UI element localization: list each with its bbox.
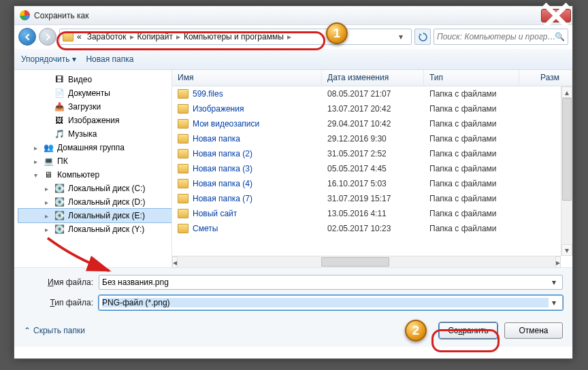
file-row[interactable]: Новая папка (2)31.05.2017 2:52Папка с фа… <box>172 146 572 161</box>
back-button[interactable] <box>18 28 36 46</box>
expand-icon[interactable] <box>43 90 50 97</box>
expand-icon[interactable]: ▸ <box>43 212 50 220</box>
expand-icon[interactable]: ▸ <box>32 144 39 152</box>
file-row[interactable]: Новая папка (3)05.05.2017 4:45Папка с фа… <box>172 161 572 176</box>
expand-icon[interactable]: ▸ <box>43 199 50 206</box>
vertical-scrollbar[interactable]: ▴ ▾ <box>561 86 572 256</box>
tree-node[interactable]: ▸💽Локальный диск (C:) <box>18 182 172 195</box>
breadcrumb-dropdown[interactable]: ▾ <box>399 32 408 41</box>
expand-icon[interactable]: ▾ <box>32 171 39 179</box>
tree-node[interactable]: 🎞Видео <box>18 73 172 86</box>
close-button[interactable] <box>541 9 571 22</box>
file-row[interactable]: Новая папка (7)31.07.2019 15:17Папка с ф… <box>172 191 572 206</box>
tree-node[interactable]: ▸👥Домашняя группа <box>18 141 172 154</box>
file-date: 16.10.2017 5:03 <box>322 179 424 188</box>
file-row[interactable]: Новая папка29.12.2016 9:30Папка с файлам… <box>172 131 572 146</box>
file-name[interactable]: Новая папка (4) <box>193 179 252 188</box>
file-row[interactable]: Изображения13.07.2017 20:42Папка с файла… <box>172 101 572 116</box>
breadcrumb-item[interactable]: Копирайт <box>135 32 175 41</box>
file-name[interactable]: Изображения <box>193 104 244 114</box>
expand-icon[interactable] <box>43 117 50 124</box>
file-date: 05.05.2017 4:45 <box>322 164 424 173</box>
col-name[interactable]: Имя <box>172 70 322 86</box>
breadcrumb-item[interactable]: Заработок <box>85 32 129 41</box>
scroll-thumb[interactable] <box>562 98 572 201</box>
breadcrumb-bar[interactable]: « Заработок ▸ Копирайт ▸ Компьютеры и пр… <box>59 29 412 45</box>
expand-icon[interactable] <box>43 76 50 84</box>
filetype-field[interactable]: ▾ <box>99 295 563 310</box>
chevron-down-icon[interactable]: ▾ <box>549 278 559 287</box>
file-type: Папка с файлами <box>424 209 519 218</box>
search-box[interactable]: 🔍 <box>434 29 568 45</box>
file-name[interactable]: Новый сайт <box>193 209 237 218</box>
tree-node[interactable]: ▸💽Локальный диск (E:) <box>18 209 172 222</box>
image-icon: 🖼 <box>54 116 65 125</box>
scroll-down-icon[interactable]: ▾ <box>561 244 572 256</box>
tree-node[interactable]: 🖼Изображения <box>18 114 172 127</box>
folder-icon <box>178 194 189 203</box>
file-name[interactable]: Новая папка (7) <box>193 194 252 203</box>
file-type: Папка с файлами <box>424 104 519 114</box>
tree-node[interactable]: ▾🖥Компьютер <box>18 168 172 182</box>
tree-node[interactable]: ▸💻ПК <box>18 154 172 168</box>
tree-label: ПК <box>57 156 68 166</box>
file-name[interactable]: Новая папка (2) <box>193 149 252 158</box>
file-list[interactable]: 599.files08.05.2017 21:07Папка с файлами… <box>172 86 572 267</box>
refresh-button[interactable] <box>414 29 431 45</box>
scroll-left-icon[interactable]: ◂ <box>172 256 178 268</box>
filename-label: Имя файла: <box>24 278 99 287</box>
breadcrumb-item[interactable]: Компьютеры и программы <box>182 32 286 41</box>
download-icon: 📥 <box>54 102 65 112</box>
expand-icon[interactable]: ▸ <box>32 158 39 165</box>
scroll-thumb[interactable] <box>321 257 389 267</box>
forward-button[interactable] <box>39 28 56 46</box>
col-type[interactable]: Тип <box>424 70 519 86</box>
horizontal-scrollbar[interactable]: ◂ ▸ <box>172 256 561 267</box>
filetype-input[interactable] <box>102 298 549 307</box>
tree-label: Локальный диск (Y:) <box>68 224 144 234</box>
chevron-down-icon[interactable]: ▾ <box>549 298 559 307</box>
tree-node[interactable]: 🎵Музыка <box>18 127 172 141</box>
file-date: 02.05.2017 10:23 <box>322 224 424 233</box>
file-name[interactable]: Новая папка <box>193 134 240 144</box>
tree-node[interactable]: 📥Загрузки <box>18 100 172 114</box>
expand-icon[interactable] <box>43 103 50 111</box>
new-folder-button[interactable]: Новая папка <box>86 54 133 64</box>
cancel-button[interactable]: Отмена <box>504 322 563 339</box>
organize-button[interactable]: Упорядочить ▾ <box>21 54 76 64</box>
nav-tree[interactable]: 🎞Видео📄Документы📥Загрузки🖼Изображения🎵Му… <box>14 70 172 267</box>
file-row[interactable]: Новый сайт13.05.2016 4:11Папка с файлами <box>172 206 572 221</box>
file-row[interactable]: Мои видеозаписи29.04.2017 10:42Папка с ф… <box>172 116 572 131</box>
expand-icon[interactable]: ▸ <box>43 226 50 233</box>
expand-icon[interactable]: ▸ <box>43 185 50 192</box>
file-name[interactable]: Новая папка (3) <box>193 164 252 173</box>
computer-icon: 🖥 <box>43 170 54 180</box>
file-row[interactable]: Новая папка (4)16.10.2017 5:03Папка с фа… <box>172 176 572 191</box>
folder-icon <box>178 224 189 233</box>
homegroup-icon: 👥 <box>43 143 54 152</box>
scroll-up-icon[interactable]: ▴ <box>561 86 572 98</box>
doc-icon: 📄 <box>54 88 65 98</box>
file-row[interactable]: 599.files08.05.2017 21:07Папка с файлами <box>172 86 572 101</box>
tree-node[interactable]: ▸💽Локальный диск (Y:) <box>18 222 172 236</box>
col-size[interactable]: Разм <box>519 70 572 86</box>
titlebar[interactable]: Сохранить как <box>14 6 572 25</box>
search-input[interactable] <box>437 32 555 41</box>
expand-icon[interactable] <box>43 131 50 138</box>
file-type: Папка с файлами <box>424 119 519 129</box>
file-name[interactable]: Сметы <box>193 224 218 233</box>
filename-input[interactable] <box>102 278 549 287</box>
scroll-right-icon[interactable]: ▸ <box>555 256 561 268</box>
window-title: Сохранить как <box>34 11 541 20</box>
save-button[interactable]: Сохранить <box>439 322 497 339</box>
tree-label: Локальный диск (D:) <box>68 197 146 207</box>
file-name[interactable]: 599.files <box>193 89 223 99</box>
col-date[interactable]: Дата изменения <box>322 70 424 86</box>
file-row[interactable]: Сметы02.05.2017 10:23Папка с файлами <box>172 221 572 236</box>
tree-node[interactable]: ▸💽Локальный диск (D:) <box>18 195 172 209</box>
search-icon[interactable]: 🔍 <box>555 32 565 41</box>
file-name[interactable]: Мои видеозаписи <box>193 119 259 129</box>
hide-folders-link[interactable]: ⌃Скрыть папки <box>24 326 85 335</box>
filename-field[interactable]: ▾ <box>99 275 563 290</box>
tree-node[interactable]: 📄Документы <box>18 86 172 100</box>
